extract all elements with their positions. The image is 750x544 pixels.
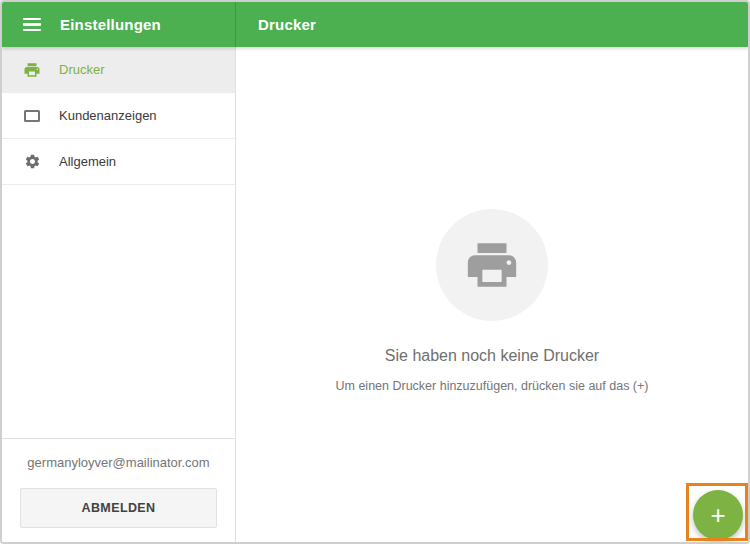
account-email: germanyloyver@mailinator.com — [20, 453, 217, 473]
add-printer-fab[interactable]: + — [693, 490, 743, 540]
printer-icon — [463, 236, 521, 294]
empty-state-subtitle: Um einen Drucker hinzuzufügen, drücken s… — [335, 379, 648, 393]
account-footer: germanyloyver@mailinator.com ABMELDEN — [2, 438, 235, 542]
empty-state-circle — [436, 209, 548, 321]
logout-button[interactable]: ABMELDEN — [20, 488, 217, 528]
app-bar-right: Drucker — [236, 2, 748, 47]
sidebar-item-label: Allgemein — [59, 154, 116, 169]
app-bar: Einstellungen Drucker — [2, 2, 748, 47]
sidebar-item-kundenanzeigen[interactable]: Kundenanzeigen — [2, 93, 235, 139]
settings-sidebar: Drucker Kundenanzeigen Allgemein germany… — [2, 47, 236, 542]
empty-state-title: Sie haben noch keine Drucker — [385, 347, 599, 365]
app-bar-left: Einstellungen — [2, 2, 236, 47]
settings-title: Einstellungen — [60, 16, 161, 33]
sidebar-item-allgemein[interactable]: Allgemein — [2, 139, 235, 185]
sidebar-item-label: Drucker — [59, 62, 105, 77]
sidebar-item-label: Kundenanzeigen — [59, 108, 157, 123]
page-title: Drucker — [258, 16, 316, 33]
display-icon — [23, 107, 41, 125]
menu-icon[interactable] — [23, 18, 41, 31]
printer-panel: Sie haben noch keine Drucker Um einen Dr… — [236, 47, 748, 542]
app-window: Einstellungen Drucker Drucker Kundenanze — [0, 0, 750, 544]
empty-state: Sie haben noch keine Drucker Um einen Dr… — [335, 209, 648, 393]
gear-icon — [23, 153, 41, 171]
sidebar-item-drucker[interactable]: Drucker — [2, 47, 235, 93]
printer-icon — [23, 61, 41, 79]
